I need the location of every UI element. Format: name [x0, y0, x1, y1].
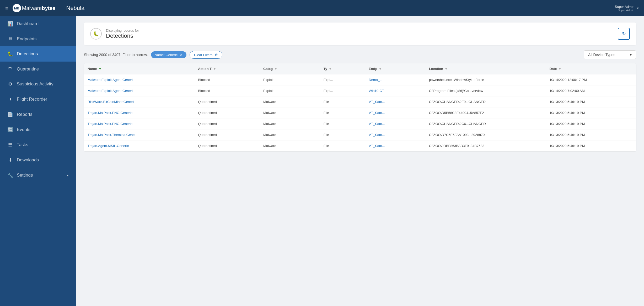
cell-date-6: 10/13/2020 5:46:19 PM	[546, 140, 636, 151]
cell-action-4: Quarantined	[194, 118, 260, 129]
device-types-label: All Device Types	[588, 53, 615, 57]
quarantine-icon: 🛡	[7, 66, 13, 72]
top-header: ≡ MB Malwarebytes Nebula Super Admin Sup…	[0, 0, 644, 16]
col-name-label: Name	[88, 67, 97, 71]
col-header-endpoint[interactable]: Endp ▼	[365, 63, 425, 74]
sidebar: 📊 Dashboard 🖥 Endpoints 🐛 Detections 🛡 Q…	[0, 16, 76, 306]
clear-filters-button[interactable]: Clear Filters 🗑	[190, 51, 222, 59]
flight-recorder-icon: ✈	[7, 96, 13, 102]
hamburger-menu-icon[interactable]: ≡	[5, 5, 8, 11]
refresh-button[interactable]: ↻	[618, 28, 630, 40]
cell-name-0[interactable]: Malware.Exploit.Agent.Generi	[84, 74, 194, 85]
sidebar-item-quarantine[interactable]: 🛡 Quarantine	[0, 62, 76, 76]
endpoint-filter-icon[interactable]: ▼	[379, 67, 382, 70]
malwarebytes-logo-icon: MB	[13, 4, 21, 12]
col-endpoint-label: Endp	[369, 67, 377, 71]
sidebar-item-label: Tasks	[17, 142, 28, 147]
page-icon: 🐛	[90, 28, 102, 40]
type-filter-icon[interactable]: ▼	[329, 67, 332, 70]
sidebar-item-label: Reports	[17, 112, 33, 117]
sidebar-item-settings[interactable]: 🔧 Settings ▾	[0, 168, 76, 183]
filter-row: Showing 2000 of 3407. Filter to narrow. …	[84, 50, 636, 59]
date-filter-icon[interactable]: ▼	[559, 67, 561, 70]
user-menu[interactable]: Super Admin Super Admin ▾	[615, 5, 639, 12]
cell-action-3: Quarantined	[194, 107, 260, 118]
sidebar-item-flight-recorder[interactable]: ✈ Flight Recorder	[0, 92, 76, 107]
sidebar-item-label: Downloads	[17, 157, 39, 163]
sidebar-item-events[interactable]: 🔄 Events	[0, 122, 76, 137]
cell-date-2: 10/13/2020 5:46:19 PM	[546, 96, 636, 107]
page-header: 🐛 Displaying records for Detections ↻	[84, 23, 636, 45]
cell-endpoint-5[interactable]: VT_Sam...	[365, 129, 425, 140]
chip-remove-icon[interactable]: ✕	[180, 53, 183, 57]
sidebar-item-label: Endpoints	[17, 36, 37, 42]
events-icon: 🔄	[7, 127, 13, 133]
cell-type-4: File	[320, 118, 365, 129]
user-display-name: Super Admin	[615, 5, 634, 9]
sidebar-item-dashboard[interactable]: 📊 Dashboard	[0, 16, 76, 31]
sidebar-item-tasks[interactable]: ☰ Tasks	[0, 137, 76, 152]
cell-endpoint-4[interactable]: VT_Sam...	[365, 118, 425, 129]
cell-location-3: C:\ZOO\D5B58C3E44904..5A857F2	[425, 107, 546, 118]
cell-category-5: Malware	[260, 129, 320, 140]
cell-name-5[interactable]: Trojan.MalPack.Themida.Gene	[84, 129, 194, 140]
cell-location-4: C:\ZOO\CHANGED\2C6...CHANGED	[425, 118, 546, 129]
sidebar-item-reports[interactable]: 📄 Reports	[0, 107, 76, 122]
device-types-dropdown[interactable]: All Device Types ▾	[584, 50, 636, 59]
mb-logo: MB Malwarebytes	[13, 4, 56, 12]
col-header-action[interactable]: Action T ▼	[194, 63, 260, 74]
detections-icon: 🐛	[7, 51, 13, 57]
table-row: Trojan.MalPack.PNG.Generic Quarantined M…	[84, 118, 636, 129]
sidebar-item-suspicious-activity[interactable]: ⚙ Suspicious Activity	[0, 76, 76, 92]
cell-category-4: Malware	[260, 118, 320, 129]
cell-endpoint-6[interactable]: VT_Sam...	[365, 140, 425, 151]
cell-endpoint-1[interactable]: Win10-CT	[365, 85, 425, 96]
cell-category-2: Malware	[260, 96, 320, 107]
col-type-label: Ty	[324, 67, 327, 71]
action-filter-icon[interactable]: ▼	[213, 67, 216, 70]
col-header-date[interactable]: Date ▼	[546, 63, 636, 74]
col-header-type[interactable]: Ty ▼	[320, 63, 365, 74]
dashboard-icon: 📊	[7, 21, 13, 27]
cell-action-2: Quarantined	[194, 96, 260, 107]
col-header-category[interactable]: Categ ▼	[260, 63, 320, 74]
cell-endpoint-3[interactable]: VT_Sam...	[365, 107, 425, 118]
sidebar-item-label: Flight Recorder	[17, 97, 47, 102]
detections-table: Name ▼ Action T ▼ Categ ▼ Ty ▼ Endp ▼	[84, 63, 636, 151]
cell-endpoint-0[interactable]: Demo_...	[365, 74, 425, 85]
cell-location-5: C:\ZOO\D7C6E6FAA1093...2928870	[425, 129, 546, 140]
table-row: Trojan.MalPack.PNG.Generic Quarantined M…	[84, 107, 636, 118]
cell-endpoint-2[interactable]: VT_Sam...	[365, 96, 425, 107]
sidebar-item-detections[interactable]: 🐛 Detections	[0, 46, 76, 62]
sidebar-item-downloads[interactable]: ⬇ Downloads	[0, 152, 76, 168]
cell-type-0: Expl...	[320, 74, 365, 85]
location-filter-icon[interactable]: ▼	[445, 67, 448, 70]
category-filter-icon[interactable]: ▼	[274, 67, 277, 70]
header-left: ≡ MB Malwarebytes Nebula	[5, 4, 84, 12]
cell-name-3[interactable]: Trojan.MalPack.PNG.Generic	[84, 107, 194, 118]
cell-location-0: powershell.exe -WindowStyl...:Force	[425, 74, 546, 85]
settings-icon: 🔧	[7, 172, 13, 178]
logo-area: MB Malwarebytes Nebula	[13, 4, 85, 12]
cell-name-1[interactable]: Malware.Exploit.Agent.Generi	[84, 85, 194, 96]
name-filter-chip[interactable]: Name: Generic ✕	[151, 51, 186, 58]
page-header-text: Displaying records for Detections	[106, 29, 139, 39]
cell-name-2[interactable]: RiskWare.BitCoinMiner.Generi	[84, 96, 194, 107]
logo-text: Malwarebytes	[22, 5, 56, 11]
user-role: Super Admin	[615, 9, 634, 12]
user-menu-chevron: ▾	[637, 6, 639, 10]
cell-name-6[interactable]: Trojan.Agent.MSIL.Generic	[84, 140, 194, 151]
detections-icon: 🐛	[93, 31, 99, 37]
cell-action-6: Quarantined	[194, 140, 260, 151]
cell-category-0: Exploit	[260, 74, 320, 85]
sidebar-item-label: Settings	[17, 173, 33, 178]
name-filter-icon[interactable]: ▼	[98, 67, 101, 71]
sidebar-item-endpoints[interactable]: 🖥 Endpoints	[0, 31, 76, 46]
col-header-name[interactable]: Name ▼	[84, 63, 194, 74]
cell-name-4[interactable]: Trojan.MalPack.PNG.Generic	[84, 118, 194, 129]
col-header-location[interactable]: Location ▼	[425, 63, 546, 74]
cell-date-0: 10/14/2020 12:00:17 PM	[546, 74, 636, 85]
displaying-for-label: Displaying records for	[106, 29, 139, 32]
clear-filters-label: Clear Filters	[194, 53, 212, 57]
cell-date-4: 10/13/2020 5:46:19 PM	[546, 118, 636, 129]
